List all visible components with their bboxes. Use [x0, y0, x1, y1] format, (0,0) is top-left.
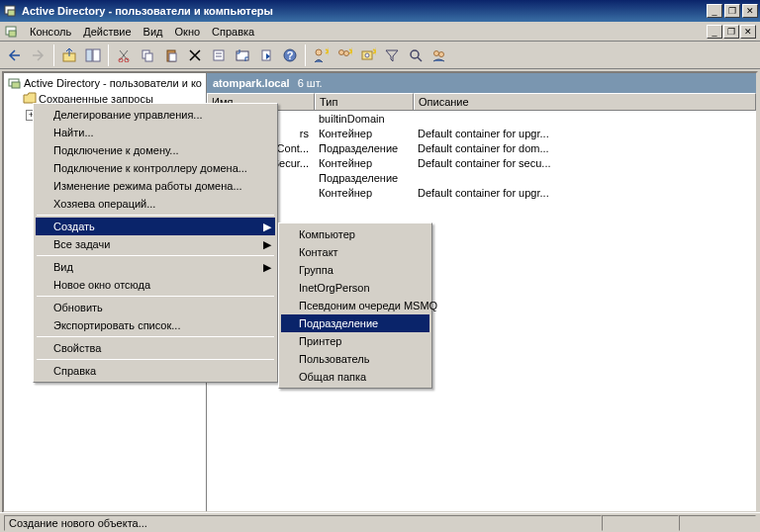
svg-text:?: ?: [287, 49, 294, 61]
cell-desc: Default container for upgr...: [414, 128, 756, 139]
window-controls: _ ❐ ✕: [707, 4, 758, 18]
refresh-button[interactable]: [232, 44, 253, 66]
svg-point-31: [439, 51, 444, 56]
close-button[interactable]: ✕: [742, 4, 758, 18]
table-row[interactable]: Cont...ПодразделениеDefault container fo…: [207, 140, 756, 155]
mdi-restore-button[interactable]: ❐: [723, 25, 739, 39]
svg-rect-5: [86, 49, 92, 61]
table-row[interactable]: builtinDomain: [207, 111, 756, 126]
sub-ou[interactable]: Подразделение: [281, 314, 429, 332]
sub-contact[interactable]: Контакт: [281, 243, 429, 261]
cut-button[interactable]: [113, 44, 135, 66]
workspace: Active Directory - пользователи и ко Сох…: [2, 71, 758, 513]
sub-computer[interactable]: Компьютер: [281, 225, 429, 243]
ctx-refresh[interactable]: Обновить: [36, 299, 275, 316]
svg-rect-10: [145, 53, 152, 61]
properties-button[interactable]: [208, 44, 230, 66]
filter-button[interactable]: [381, 44, 403, 66]
svg-rect-33: [12, 82, 20, 88]
menu-help[interactable]: Справка: [206, 24, 260, 40]
add-to-group-button[interactable]: [428, 44, 450, 66]
show-hide-tree-button[interactable]: [82, 44, 104, 66]
tree-root-label: Active Directory - пользователи и ко: [24, 77, 202, 89]
app-icon: [3, 3, 19, 19]
back-button[interactable]: [4, 44, 26, 66]
table-row[interactable]: Secur...КонтейнерDefault container for s…: [207, 155, 756, 170]
ctx-connect-dc[interactable]: Подключение к контроллеру домена...: [36, 159, 275, 177]
sub-msmq-alias[interactable]: Псевдоним очереди MSMQ: [281, 297, 429, 314]
ctx-properties[interactable]: Свойства: [36, 339, 275, 357]
forward-button[interactable]: [28, 44, 49, 66]
ctx-view[interactable]: Вид▶: [36, 258, 275, 276]
sub-group[interactable]: Группа: [281, 261, 429, 279]
menu-window[interactable]: Окно: [169, 24, 207, 40]
menu-view[interactable]: Вид: [138, 24, 169, 40]
ctx-new-window[interactable]: Новое окно отсюда: [36, 276, 275, 294]
table-row[interactable]: rsКонтейнерDefault container for upgr...: [207, 126, 756, 140]
status-cell-3: [679, 515, 756, 531]
svg-point-26: [365, 53, 369, 57]
list-header: Имя Тип Описание: [207, 93, 756, 111]
ctx-help[interactable]: Справка: [36, 362, 275, 380]
table-row[interactable]: Подразделение: [207, 170, 756, 185]
status-bar: Создание нового объекта...: [0, 512, 760, 532]
menu-bar: Консоль Действие Вид Окно Справка _ ❐ ✕: [0, 22, 760, 42]
svg-text:✱: ✱: [325, 47, 329, 57]
ctx-connect-domain[interactable]: Подключение к домену...: [36, 141, 275, 159]
mdi-minimize-button[interactable]: _: [707, 25, 722, 39]
toolbar: ? ✱ ✱ ✱: [0, 42, 760, 69]
sub-shared-folder[interactable]: Общая папка: [281, 368, 429, 386]
copy-button[interactable]: [137, 44, 158, 66]
help-button[interactable]: ?: [279, 44, 301, 66]
status-cell-2: [602, 515, 679, 531]
svg-rect-6: [93, 49, 100, 61]
sub-inetorgperson[interactable]: InetOrgPerson: [281, 279, 429, 297]
ctx-create[interactable]: Создать▶: [36, 218, 275, 235]
cell-type: Подразделение: [315, 172, 414, 184]
sub-printer[interactable]: Принтер: [281, 332, 429, 350]
ctx-find[interactable]: Найти...: [36, 124, 275, 141]
svg-point-30: [434, 50, 439, 55]
mdi-close-button[interactable]: ✕: [740, 25, 756, 39]
table-row[interactable]: КонтейнерDefault container for upgr...: [207, 185, 756, 200]
ctx-delegate[interactable]: Делегирование управления...: [36, 106, 275, 124]
paste-button[interactable]: [160, 44, 182, 66]
svg-point-22: [339, 49, 344, 54]
restore-button[interactable]: ❐: [724, 4, 740, 18]
svg-rect-13: [214, 50, 224, 60]
new-group-button[interactable]: ✱: [333, 44, 355, 66]
export-button[interactable]: [255, 44, 277, 66]
mdi-controls: _ ❐ ✕: [707, 25, 756, 39]
svg-text:✱: ✱: [372, 47, 376, 57]
svg-line-29: [418, 57, 422, 61]
ctx-all-tasks[interactable]: Все задачи▶: [36, 235, 275, 253]
svg-point-20: [316, 49, 322, 55]
new-ou-button[interactable]: ✱: [357, 44, 379, 66]
cell-type: Контейнер: [315, 157, 414, 169]
path-count: 6 шт.: [298, 77, 323, 89]
ctx-export[interactable]: Экспортировать список...: [36, 316, 275, 334]
submenu-arrow-icon: ▶: [263, 238, 271, 251]
tree-root[interactable]: Active Directory - пользователи и ко: [4, 75, 206, 91]
cell-desc: Default container for dom...: [414, 142, 756, 154]
col-desc[interactable]: Описание: [414, 93, 756, 110]
path-bar: atompark.local 6 шт.: [207, 73, 756, 93]
minimize-button[interactable]: _: [707, 4, 722, 18]
svg-text:✱: ✱: [348, 47, 352, 57]
up-button[interactable]: [58, 44, 80, 66]
new-user-button[interactable]: ✱: [310, 44, 332, 66]
ad-root-icon: [8, 76, 22, 90]
cell-type: Подразделение: [315, 142, 414, 154]
cell-desc: Default container for secu...: [414, 157, 756, 169]
ctx-raise-level[interactable]: Изменение режима работы домена...: [36, 177, 275, 195]
svg-rect-3: [9, 31, 16, 37]
ctx-operations-masters[interactable]: Хозяева операций...: [36, 195, 275, 213]
delete-button[interactable]: [184, 44, 206, 66]
context-menu: Делегирование управления... Найти... Под…: [33, 103, 278, 383]
col-type[interactable]: Тип: [315, 93, 414, 110]
find-button[interactable]: [405, 44, 427, 66]
menu-action[interactable]: Действие: [77, 24, 137, 40]
menu-console[interactable]: Консоль: [24, 24, 77, 40]
sub-user[interactable]: Пользователь: [281, 350, 429, 368]
cell-type: builtinDomain: [315, 113, 414, 125]
